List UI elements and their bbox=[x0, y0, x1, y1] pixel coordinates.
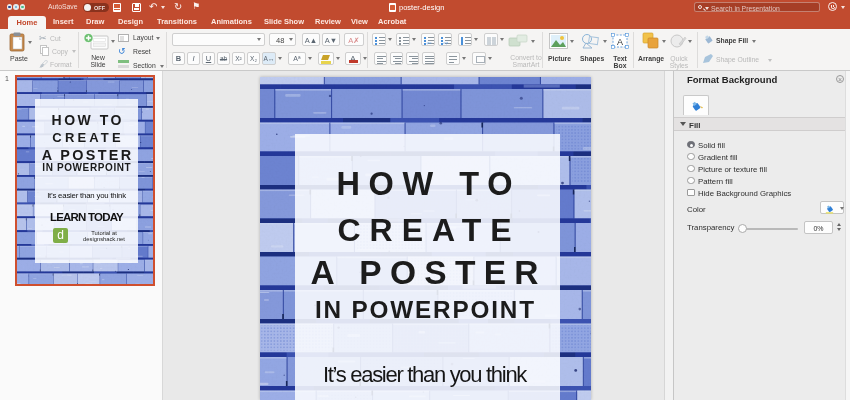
svg-text:A: A bbox=[617, 37, 623, 47]
